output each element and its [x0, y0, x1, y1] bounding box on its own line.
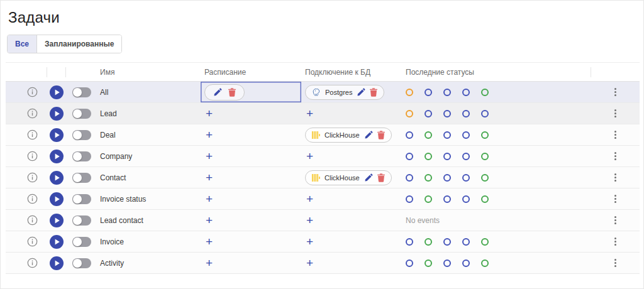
- enabled-toggle-off[interactable]: [72, 258, 91, 268]
- add-button[interactable]: +: [204, 150, 214, 162]
- toggle-cell: [66, 188, 97, 209]
- statuses-cell: No events: [403, 210, 591, 231]
- info-icon[interactable]: [27, 129, 38, 140]
- kebab-menu-icon[interactable]: [612, 235, 619, 248]
- info-icon[interactable]: [27, 215, 38, 226]
- kebab-menu-icon[interactable]: [612, 150, 619, 163]
- status-ring-blue: [462, 131, 470, 139]
- edit-pencil-icon[interactable]: [364, 131, 373, 139]
- status-ring-blue: [425, 89, 432, 96]
- menu-cell: [591, 188, 640, 209]
- info-icon[interactable]: [27, 151, 38, 161]
- info-icon[interactable]: [27, 108, 38, 119]
- info-cell: [6, 146, 47, 166]
- edit-pencil-icon[interactable]: [364, 173, 373, 182]
- table-row: Contact + ClickHouse: [6, 167, 640, 188]
- add-button[interactable]: +: [305, 257, 314, 269]
- enabled-toggle-off[interactable]: [72, 173, 91, 183]
- kebab-menu-icon[interactable]: [612, 192, 619, 205]
- add-button[interactable]: +: [305, 107, 314, 119]
- db-connection-badge[interactable]: Postgres: [305, 85, 384, 100]
- edit-pencil-icon[interactable]: [357, 88, 365, 97]
- add-button[interactable]: +: [305, 150, 314, 162]
- db-connection-badge[interactable]: ClickHouse: [305, 170, 392, 185]
- play-button[interactable]: [50, 235, 64, 249]
- no-events-label: No events: [406, 216, 440, 225]
- play-button[interactable]: [50, 128, 64, 142]
- delete-trash-icon[interactable]: [370, 88, 377, 97]
- delete-trash-icon[interactable]: [377, 131, 385, 139]
- add-button[interactable]: +: [204, 107, 214, 119]
- delete-trash-icon[interactable]: [377, 173, 385, 182]
- info-icon[interactable]: [27, 87, 38, 97]
- kebab-menu-icon[interactable]: [612, 107, 619, 120]
- status-ring-blue: [443, 131, 451, 139]
- toggle-cell: [66, 231, 97, 252]
- toggle-cell: [66, 210, 97, 231]
- enabled-toggle-off[interactable]: [72, 215, 91, 226]
- add-button[interactable]: +: [204, 172, 214, 183]
- status-ring-blue: [406, 195, 413, 203]
- run-cell: [47, 231, 66, 252]
- info-cell: [6, 82, 47, 102]
- kebab-menu-icon[interactable]: [612, 128, 619, 141]
- enabled-toggle-off[interactable]: [72, 151, 91, 161]
- row-name: Lead contact: [100, 216, 143, 225]
- header-info-col: [6, 67, 47, 77]
- add-button[interactable]: +: [305, 193, 314, 205]
- name-cell: Company: [97, 146, 201, 166]
- info-icon[interactable]: [27, 194, 38, 204]
- kebab-menu-icon[interactable]: [612, 85, 619, 99]
- edit-pencil-icon[interactable]: [213, 88, 222, 97]
- play-button[interactable]: [50, 256, 64, 270]
- add-button[interactable]: +: [204, 129, 214, 141]
- schedule-actions-pill: [204, 84, 245, 101]
- play-button[interactable]: [50, 107, 64, 121]
- statuses-cell: [403, 167, 591, 188]
- status-ring-blue: [443, 195, 451, 203]
- name-cell: All: [97, 82, 201, 102]
- tab-all[interactable]: Все: [8, 35, 36, 53]
- header-statuses: Последние статусы: [403, 63, 591, 81]
- menu-cell: [591, 210, 640, 231]
- enabled-toggle-off[interactable]: [72, 194, 91, 204]
- add-button[interactable]: +: [204, 257, 214, 269]
- table-row: Lead contact + + No events: [6, 210, 640, 231]
- play-button[interactable]: [50, 192, 64, 206]
- run-cell: [47, 146, 66, 166]
- toggle-knob: [73, 173, 82, 182]
- statuses-cell: [403, 188, 591, 209]
- delete-trash-icon[interactable]: [228, 88, 236, 97]
- table-row: Deal + ClickHouse: [6, 124, 640, 146]
- play-button[interactable]: [50, 171, 64, 185]
- run-cell: [47, 210, 66, 231]
- play-button[interactable]: [50, 214, 64, 227]
- enabled-toggle-off[interactable]: [72, 130, 91, 140]
- enabled-toggle-off[interactable]: [72, 109, 91, 119]
- info-icon[interactable]: [27, 172, 38, 183]
- add-button[interactable]: +: [204, 193, 214, 205]
- info-cell: [6, 210, 47, 231]
- kebab-menu-icon[interactable]: [612, 256, 619, 270]
- enabled-toggle-off[interactable]: [72, 237, 91, 247]
- schedule-cell: +: [201, 188, 301, 209]
- connection-cell: ClickHouse: [301, 167, 403, 188]
- enabled-toggle-off[interactable]: [72, 87, 91, 97]
- db-connection-badge[interactable]: ClickHouse: [305, 128, 392, 143]
- info-icon[interactable]: [27, 236, 38, 247]
- status-ring-blue: [443, 89, 451, 96]
- info-icon[interactable]: [27, 258, 38, 268]
- kebab-menu-icon[interactable]: [612, 214, 619, 227]
- name-cell: Contact: [97, 167, 201, 188]
- add-button[interactable]: +: [204, 236, 214, 248]
- add-button[interactable]: +: [204, 214, 214, 226]
- play-button[interactable]: [50, 85, 64, 99]
- play-button[interactable]: [50, 150, 64, 163]
- status-ring-blue: [425, 110, 432, 117]
- row-name: Company: [100, 152, 132, 161]
- kebab-menu-icon[interactable]: [612, 171, 619, 184]
- status-ring-green: [425, 238, 432, 246]
- add-button[interactable]: +: [305, 236, 314, 248]
- add-button[interactable]: +: [305, 214, 314, 226]
- tab-scheduled[interactable]: Запланированные: [36, 35, 121, 53]
